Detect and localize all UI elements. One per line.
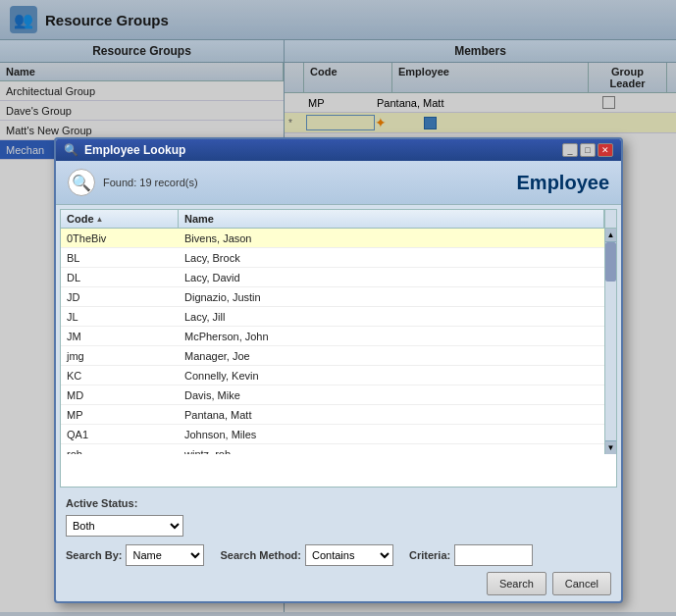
dialog-code-cell: BL bbox=[61, 250, 179, 266]
dialog-titlebar: 🔍 Employee Lookup _ □ ✕ bbox=[56, 139, 621, 161]
code-sort-header[interactable]: Code ▲ bbox=[61, 210, 179, 228]
dialog-row[interactable]: DL Lacy, David bbox=[61, 268, 604, 287]
main-window: 👥 Resource Groups Resource Groups Name A… bbox=[0, 0, 676, 616]
search-by-label: Search By: bbox=[66, 549, 122, 561]
dialog-code-cell: KC bbox=[61, 368, 179, 384]
active-status-select-row: Both Active Inactive bbox=[66, 515, 611, 537]
dialog-name-cell: Pantana, Matt bbox=[179, 407, 604, 423]
dialog-code-cell: 0TheBiv bbox=[61, 231, 179, 246]
dialog-name-cell: Dignazio, Justin bbox=[179, 289, 604, 305]
dialog-name-cell: Davis, Mike bbox=[179, 387, 604, 403]
sort-arrow-icon: ▲ bbox=[96, 215, 104, 224]
dialog-row[interactable]: jmg Manager, Joe bbox=[61, 346, 604, 366]
search-method-label: Search Method: bbox=[220, 549, 301, 561]
dialog-row[interactable]: rob wintz, rob bbox=[61, 444, 604, 454]
search-method-select[interactable]: Contains Starts With Ends With Exact bbox=[305, 544, 393, 566]
dialog-scrollbar[interactable]: ▲ ▼ bbox=[604, 229, 616, 454]
dialog-employee-title: Employee bbox=[517, 172, 609, 194]
dialog-row[interactable]: JL Lacy, Jill bbox=[61, 307, 604, 327]
scroll-track bbox=[605, 242, 616, 440]
dialog-name-cell: Lacy, Jill bbox=[179, 309, 604, 325]
dialog-col-headers: Code ▲ Name bbox=[61, 210, 616, 229]
dialog-code-cell: DL bbox=[61, 270, 179, 285]
dialog-bottom: Active Status: Both Active Inactive Sear… bbox=[56, 491, 621, 601]
dialog-row[interactable]: KC Connelly, Kevin bbox=[61, 366, 604, 385]
criteria-input[interactable] bbox=[454, 544, 533, 566]
dialog-table-inner: 0TheBiv Bivens, Jason BL Lacy, Brock DL … bbox=[61, 229, 616, 454]
dialog-name-cell: Lacy, David bbox=[179, 270, 604, 285]
dialog-code-cell: JM bbox=[61, 329, 179, 344]
maximize-button[interactable]: □ bbox=[580, 143, 596, 157]
dialog-row[interactable]: MD Davis, Mike bbox=[61, 385, 604, 405]
dialog-name-cell: Manager, Joe bbox=[179, 348, 604, 364]
search-controls-row: Search By: Name Code Employee Search Met… bbox=[66, 544, 611, 566]
dialog-name-cell: Johnson, Miles bbox=[179, 427, 604, 442]
dialog-row[interactable]: BL Lacy, Brock bbox=[61, 248, 604, 268]
dialog-code-cell: MP bbox=[61, 407, 179, 423]
dialog-name-cell: McPherson, John bbox=[179, 329, 604, 344]
code-header-label: Code bbox=[67, 213, 94, 225]
dialog-code-cell: jmg bbox=[61, 348, 179, 364]
dialog-table-rows: 0TheBiv Bivens, Jason BL Lacy, Brock DL … bbox=[61, 229, 604, 454]
dialog-controls: _ □ ✕ bbox=[562, 143, 613, 157]
close-button[interactable]: ✕ bbox=[598, 143, 613, 157]
scrollbar-header bbox=[604, 210, 616, 228]
dialog-row[interactable]: QA1 Johnson, Miles bbox=[61, 425, 604, 444]
search-by-group: Search By: Name Code Employee bbox=[66, 544, 204, 566]
scroll-down-button[interactable]: ▼ bbox=[605, 440, 616, 454]
dialog-name-cell: Bivens, Jason bbox=[179, 231, 604, 246]
search-icon: 🔍 bbox=[68, 169, 95, 196]
dialog-row[interactable]: MP Pantana, Matt bbox=[61, 405, 604, 425]
active-status-label: Active Status: bbox=[66, 497, 137, 509]
criteria-group: Criteria: bbox=[409, 544, 533, 566]
scroll-thumb[interactable] bbox=[605, 242, 616, 282]
search-button[interactable]: Search bbox=[487, 572, 546, 595]
dialog-code-cell: MD bbox=[61, 387, 179, 403]
dialog-code-cell: JD bbox=[61, 289, 179, 305]
dialog-name-cell: Lacy, Brock bbox=[179, 250, 604, 266]
dialog-name-cell: wintz, rob bbox=[179, 446, 604, 455]
dialog-table: Code ▲ Name 0TheBiv Bivens, Jason BL Lac bbox=[60, 209, 617, 488]
scroll-up-button[interactable]: ▲ bbox=[605, 229, 616, 242]
dialog-row[interactable]: JD Dignazio, Justin bbox=[61, 287, 604, 307]
dialog-code-cell: rob bbox=[61, 446, 179, 455]
dialog-header: 🔍 Found: 19 record(s) Employee bbox=[56, 161, 621, 205]
name-sort-header[interactable]: Name bbox=[179, 210, 604, 228]
dialog-title-icon: 🔍 bbox=[64, 143, 78, 157]
dialog-title-label: Employee Lookup bbox=[84, 143, 185, 157]
dialog-buttons-row: Search Cancel bbox=[66, 572, 611, 595]
cancel-button[interactable]: Cancel bbox=[552, 572, 611, 595]
name-header-label: Name bbox=[184, 213, 214, 225]
active-status-select[interactable]: Both Active Inactive bbox=[66, 515, 183, 537]
active-status-row: Active Status: bbox=[66, 497, 611, 509]
found-count: Found: 19 record(s) bbox=[103, 177, 198, 188]
criteria-label: Criteria: bbox=[409, 549, 450, 561]
dialog-header-left: 🔍 Found: 19 record(s) bbox=[68, 169, 198, 196]
dialog-code-cell: JL bbox=[61, 309, 179, 325]
dialog-title: 🔍 Employee Lookup bbox=[64, 143, 185, 157]
employee-lookup-dialog: 🔍 Employee Lookup _ □ ✕ 🔍 Found: 19 reco… bbox=[54, 137, 623, 603]
search-method-group: Search Method: Contains Starts With Ends… bbox=[220, 544, 393, 566]
dialog-name-cell: Connelly, Kevin bbox=[179, 368, 604, 384]
dialog-row[interactable]: 0TheBiv Bivens, Jason bbox=[61, 229, 604, 248]
search-by-select[interactable]: Name Code Employee bbox=[126, 544, 204, 566]
dialog-code-cell: QA1 bbox=[61, 427, 179, 442]
dialog-row[interactable]: JM McPherson, John bbox=[61, 327, 604, 346]
minimize-button[interactable]: _ bbox=[562, 143, 578, 157]
